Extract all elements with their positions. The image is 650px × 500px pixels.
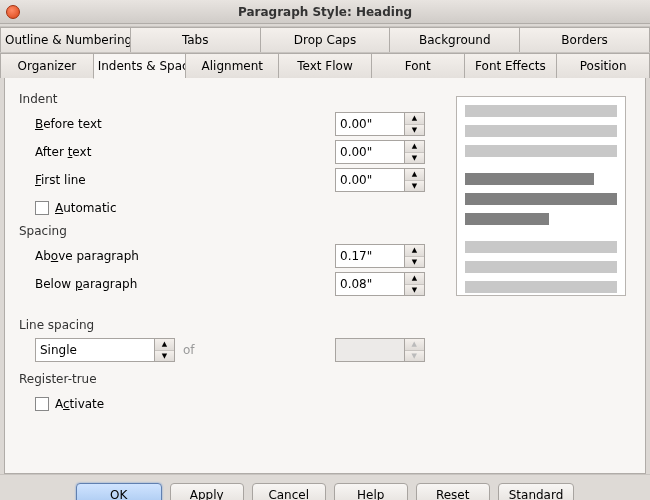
preview-bar bbox=[465, 145, 617, 157]
spin-up-icon[interactable]: ▲ bbox=[155, 339, 174, 351]
spin-of-value: ▲▼ bbox=[335, 338, 427, 362]
titlebar: Paragraph Style: Heading bbox=[0, 0, 650, 24]
spin-down-icon[interactable]: ▼ bbox=[155, 351, 174, 362]
checkbox-box-icon[interactable] bbox=[35, 201, 49, 215]
spin-down-icon[interactable]: ▼ bbox=[405, 125, 424, 136]
spin-up-icon[interactable]: ▲ bbox=[405, 273, 424, 285]
tab-drop-caps[interactable]: Drop Caps bbox=[260, 27, 390, 52]
preview-bar bbox=[465, 261, 617, 273]
spin-down-icon[interactable]: ▼ bbox=[405, 181, 424, 192]
tabs-row-1: Outline & Numbering Tabs Drop Caps Backg… bbox=[0, 26, 650, 52]
input-first-line[interactable] bbox=[335, 168, 405, 192]
spin-up-icon[interactable]: ▲ bbox=[405, 141, 424, 153]
tab-tabs[interactable]: Tabs bbox=[130, 27, 260, 52]
spin-after-text[interactable]: ▲▼ bbox=[335, 140, 427, 164]
spin-first-line[interactable]: ▲▼ bbox=[335, 168, 427, 192]
section-register-true: Register-true bbox=[19, 372, 631, 386]
spin-before-text[interactable]: ▲▼ bbox=[335, 112, 427, 136]
spin-below-paragraph[interactable]: ▲▼ bbox=[335, 272, 427, 296]
checkbox-automatic[interactable]: Automatic bbox=[35, 201, 117, 215]
label-after-text: After text bbox=[35, 145, 335, 159]
button-bar: OOKK Apply Cancel Help Reset Standard bbox=[0, 474, 650, 500]
preview-bar bbox=[465, 125, 617, 137]
spin-up-icon[interactable]: ▲ bbox=[405, 245, 424, 257]
spin-down-icon[interactable]: ▼ bbox=[405, 285, 424, 296]
label-of: of bbox=[183, 343, 195, 357]
input-below-paragraph[interactable] bbox=[335, 272, 405, 296]
tab-position[interactable]: Position bbox=[556, 53, 650, 78]
preview-bar bbox=[465, 173, 594, 185]
help-button[interactable]: Help bbox=[334, 483, 408, 500]
spin-down-icon[interactable]: ▼ bbox=[405, 153, 424, 164]
input-above-paragraph[interactable] bbox=[335, 244, 405, 268]
tab-organizer[interactable]: Organizer bbox=[0, 53, 93, 78]
input-after-text[interactable] bbox=[335, 140, 405, 164]
input-before-text[interactable] bbox=[335, 112, 405, 136]
tab-indents-spacing[interactable]: Indents & Spacing bbox=[93, 53, 186, 79]
tab-outline-numbering[interactable]: Outline & Numbering bbox=[0, 27, 130, 52]
label-first-line: First line bbox=[35, 173, 335, 187]
preview-pane bbox=[456, 96, 626, 296]
label-before-text: Before text bbox=[35, 117, 335, 131]
tab-text-flow[interactable]: Text Flow bbox=[278, 53, 371, 78]
standard-button[interactable]: Standard bbox=[498, 483, 575, 500]
label-above-paragraph: Above paragraph bbox=[35, 249, 335, 263]
window-title: Paragraph Style: Heading bbox=[0, 5, 650, 19]
apply-button[interactable]: Apply bbox=[170, 483, 244, 500]
preview-bar bbox=[465, 213, 549, 225]
cancel-button[interactable]: Cancel bbox=[252, 483, 326, 500]
spin-down-icon: ▼ bbox=[405, 351, 424, 362]
spin-down-icon[interactable]: ▼ bbox=[405, 257, 424, 268]
spin-above-paragraph[interactable]: ▲▼ bbox=[335, 244, 427, 268]
section-line-spacing: Line spacing bbox=[19, 318, 631, 332]
tab-font-effects[interactable]: Font Effects bbox=[464, 53, 557, 78]
input-of-value bbox=[335, 338, 405, 362]
checkbox-box-icon[interactable] bbox=[35, 397, 49, 411]
tabs-row-2: Organizer Indents & Spacing Alignment Te… bbox=[0, 52, 650, 78]
tab-borders[interactable]: Borders bbox=[519, 27, 650, 52]
spin-up-icon[interactable]: ▲ bbox=[405, 113, 424, 125]
spin-up-icon: ▲ bbox=[405, 339, 424, 351]
tab-font[interactable]: Font bbox=[371, 53, 464, 78]
reset-button[interactable]: Reset bbox=[416, 483, 490, 500]
ok-button[interactable]: OOKK bbox=[76, 483, 162, 500]
label-activate: Activate bbox=[55, 397, 104, 411]
spin-up-icon[interactable]: ▲ bbox=[405, 169, 424, 181]
preview-bar bbox=[465, 241, 617, 253]
preview-bar bbox=[465, 281, 617, 293]
label-below-paragraph: Below paragraph bbox=[35, 277, 335, 291]
tab-background[interactable]: Background bbox=[389, 27, 519, 52]
preview-bar bbox=[465, 193, 617, 205]
preview-bar bbox=[465, 105, 617, 117]
input-line-spacing[interactable] bbox=[35, 338, 155, 362]
tab-alignment[interactable]: Alignment bbox=[185, 53, 278, 78]
label-automatic: Automatic bbox=[55, 201, 117, 215]
checkbox-activate[interactable]: Activate bbox=[35, 397, 104, 411]
select-line-spacing[interactable]: ▲▼ bbox=[35, 338, 175, 362]
